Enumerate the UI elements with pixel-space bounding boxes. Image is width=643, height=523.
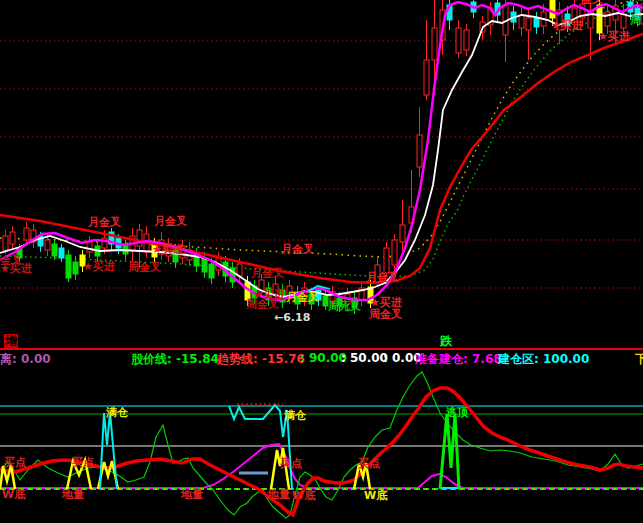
chart-label: W底 — [364, 489, 388, 502]
chart-label: 买点 — [3, 456, 26, 469]
chart-label: 买点 — [71, 456, 94, 469]
fall-badge: 跌 — [439, 334, 453, 348]
chart-label: 地量 — [180, 488, 203, 501]
param-value-7: 建仓区: 100.00 — [498, 351, 589, 368]
chart-label: 买点 — [357, 457, 380, 470]
candle-body — [66, 255, 71, 278]
chart-label: 周金叉 — [127, 261, 161, 274]
candle-body — [400, 225, 405, 242]
param-value-4: : 50.00 — [341, 351, 388, 365]
candle-body — [550, 0, 555, 18]
chart-label: ★买进 — [152, 243, 184, 256]
candle-body — [209, 264, 214, 278]
candle-body — [73, 262, 78, 274]
chart-label: 月金叉 — [154, 215, 187, 228]
chart-label: 周死叉 — [327, 300, 361, 313]
param-value-0: 离: 0.00 — [0, 351, 51, 368]
candle-body — [52, 244, 57, 256]
candle-body — [456, 28, 461, 53]
param-value-1: 股价线: -15.84 — [131, 351, 219, 368]
chart-label: 地量 — [267, 488, 290, 501]
candle-body — [87, 242, 92, 252]
indicator-chart[interactable]: 满仓满仓逃顶买点买点买点买点W底地量地量地量W底W底 — [0, 367, 643, 523]
candle-body — [534, 18, 539, 27]
red-main-line — [0, 388, 643, 515]
chart-label: 周 — [629, 14, 641, 27]
chart-label: 周金叉 — [368, 308, 402, 321]
candle-body — [384, 248, 389, 273]
candle-body — [45, 240, 50, 250]
candle-body — [621, 14, 626, 28]
chart-label: 月金叉 — [88, 216, 121, 229]
candle-body — [464, 30, 469, 50]
chart-label: W底 — [2, 488, 26, 501]
price-candlestick-chart[interactable]: 金叉★买进月金叉月金叉周金叉★买进★买进月金叉月金叉★买进周金叉月金叉周死叉←6… — [0, 0, 643, 325]
chart-label: 周金叉 — [245, 298, 279, 311]
chart-label: 月金叉 — [366, 271, 399, 284]
candle-body — [597, 5, 602, 33]
candle-body — [202, 258, 207, 272]
chart-label: 月金叉 — [281, 243, 314, 256]
candle-body — [392, 240, 397, 265]
chart-label: ★买进 — [83, 260, 115, 273]
candle-body — [424, 60, 429, 95]
candle-body — [3, 236, 8, 250]
candle-body — [417, 135, 422, 167]
chart-label: 满仓 — [106, 406, 129, 419]
green-dotted-line — [0, 0, 643, 277]
param-value-2: 趋势线: -15.76 — [217, 351, 305, 368]
chart-label: 月金叉 — [286, 291, 319, 304]
indicator-param-row: 离: 0.00股价线: -15.84趋势线: -15.76: 90.00: 50… — [0, 351, 643, 366]
param-value-8: 下 — [635, 351, 643, 368]
candle-body — [24, 228, 29, 240]
chart-label: ★买进 — [598, 30, 630, 43]
candle-body — [526, 18, 531, 30]
chart-label: 地量 — [61, 488, 84, 501]
candle-body — [432, 28, 437, 60]
chart-label: ★买进 — [551, 19, 583, 32]
separator-line — [0, 348, 643, 350]
rise-badge: 增 — [4, 334, 18, 348]
chart-label: 月金叉 — [251, 267, 284, 280]
param-value-3: : 90.00 — [300, 351, 347, 365]
chart-label: W底 — [292, 489, 316, 502]
stock-chart-window: 金叉★买进月金叉月金叉周金叉★买进★买进月金叉月金叉★买进周金叉月金叉周死叉←6… — [0, 0, 643, 523]
candle-body — [10, 232, 15, 244]
chart-label: ←6.18 — [274, 311, 310, 324]
green-osc-line — [0, 372, 643, 518]
chart-label: 逃顶 — [445, 406, 469, 419]
candle-body — [519, 15, 524, 28]
chart-label: 满仓 — [284, 409, 307, 422]
chart-label: 金叉 — [580, 0, 603, 6]
candle-body — [59, 248, 64, 258]
param-value-6: 准备建仓: 7.68 — [415, 351, 502, 368]
chart-label: ★买进 — [0, 262, 32, 275]
chart-label: 买点 — [279, 457, 302, 470]
cyan-position-line — [229, 405, 292, 489]
